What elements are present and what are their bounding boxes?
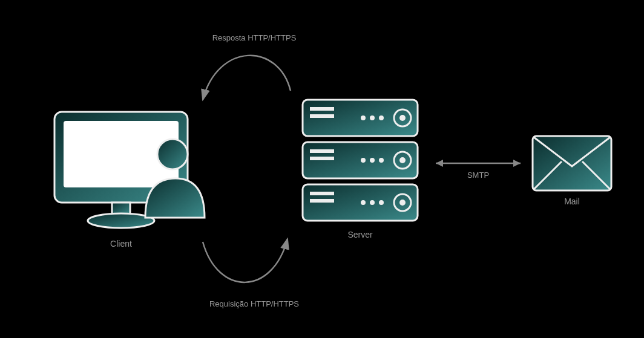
request-arrow (203, 239, 288, 282)
svg-point-3 (88, 213, 154, 228)
svg-point-20 (399, 157, 406, 163)
svg-rect-23 (310, 199, 334, 203)
svg-point-4 (157, 139, 188, 169)
svg-rect-22 (310, 192, 334, 195)
server-label: Server (303, 230, 418, 239)
smtp-arrow (436, 160, 521, 167)
svg-point-9 (370, 115, 375, 120)
svg-rect-15 (310, 157, 334, 160)
svg-point-12 (399, 115, 406, 121)
svg-rect-14 (310, 149, 334, 153)
response-arrow (203, 56, 291, 100)
svg-rect-6 (310, 107, 334, 111)
svg-rect-7 (310, 114, 334, 118)
svg-point-16 (361, 158, 366, 163)
mail-icon (533, 136, 611, 190)
svg-point-8 (361, 115, 366, 120)
server-icon (303, 100, 418, 221)
svg-point-25 (370, 200, 375, 205)
svg-point-10 (379, 115, 384, 120)
architecture-diagram (0, 0, 644, 338)
svg-point-18 (379, 158, 384, 163)
svg-point-17 (370, 158, 375, 163)
svg-point-26 (379, 200, 384, 205)
mail-label: Mail (533, 197, 611, 206)
client-icon (54, 112, 205, 228)
smtp-label: SMTP (436, 171, 521, 180)
svg-point-28 (399, 200, 406, 206)
request-label: Requisição HTTP/HTTPS (194, 299, 315, 308)
response-label: Resposta HTTP/HTTPS (194, 33, 315, 42)
client-label: Client (54, 239, 188, 249)
svg-point-24 (361, 200, 366, 205)
